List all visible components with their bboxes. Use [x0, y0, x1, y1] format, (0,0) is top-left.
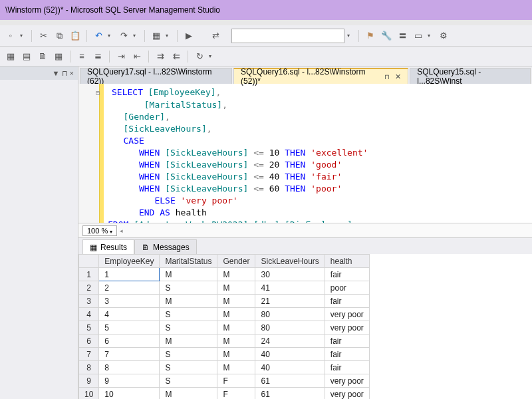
cell[interactable]: fair	[325, 348, 369, 361]
cell[interactable]: fair	[325, 295, 369, 308]
table-row[interactable]: 22SM41poor	[79, 281, 370, 295]
cell[interactable]: fair	[325, 361, 369, 374]
cell[interactable]: M	[217, 334, 255, 348]
cell[interactable]: 7	[99, 348, 160, 361]
row-number[interactable]: 1	[79, 268, 99, 281]
chart-icon[interactable]: ▦	[150, 29, 163, 43]
tab-results[interactable]: ▦ Results	[82, 239, 134, 254]
table-row[interactable]: 1010MF61very poor	[79, 388, 370, 400]
tab-query17[interactable]: SQLQuery17.sql - l...82S\Winstorm (62))	[80, 68, 232, 84]
cell[interactable]: 8	[99, 361, 160, 374]
cell[interactable]: fair	[325, 334, 369, 348]
undo-icon[interactable]: ↶	[92, 29, 105, 43]
dropdown-icon[interactable]: ▾	[428, 33, 434, 39]
col-header[interactable]: MaritalStatus	[160, 255, 217, 268]
cell[interactable]: S	[160, 281, 217, 295]
cell[interactable]: M	[217, 361, 255, 374]
indent-icon[interactable]: ⇥	[114, 50, 128, 63]
cell[interactable]: 1	[99, 268, 160, 281]
table-row[interactable]: 77SM40fair	[79, 348, 370, 361]
dropdown-icon[interactable]: ▾	[133, 33, 140, 39]
cell[interactable]: 2	[99, 281, 160, 295]
tab-query16[interactable]: SQLQuery16.sql - l...82S\Winstorm (52))*…	[233, 68, 408, 84]
cell[interactable]: M	[217, 268, 255, 281]
cell[interactable]: S	[160, 361, 217, 374]
row-number[interactable]: 7	[79, 348, 99, 361]
cell[interactable]: 5	[99, 321, 160, 334]
row-number[interactable]: 3	[79, 295, 99, 308]
table-row[interactable]: 55SM80very poor	[79, 321, 370, 334]
cell[interactable]: 21	[255, 295, 325, 308]
cell[interactable]: 30	[255, 268, 325, 281]
include-plan-icon[interactable]: 🗎	[36, 50, 49, 63]
row-number[interactable]: 5	[79, 321, 99, 334]
row-number[interactable]: 8	[79, 361, 99, 374]
tab-query15[interactable]: SQLQuery15.sql - l...82S\Winst	[410, 68, 531, 84]
cell[interactable]: F	[217, 388, 255, 400]
settings-icon[interactable]: ⚙	[437, 29, 450, 43]
cell[interactable]: M	[160, 334, 217, 348]
collapse-icon[interactable]: ⊟	[96, 89, 100, 96]
menu-bar[interactable]	[0, 20, 532, 25]
cell[interactable]: M	[217, 308, 255, 321]
stats-icon[interactable]: ▦	[52, 50, 65, 63]
cell[interactable]: S	[160, 308, 217, 321]
cell[interactable]: M	[217, 295, 255, 308]
row-number[interactable]: 9	[79, 374, 99, 388]
row-number[interactable]: 2	[79, 281, 99, 295]
col-header[interactable]: SickLeaveHours	[255, 255, 325, 268]
cell[interactable]: very poor	[325, 308, 369, 321]
cut-icon[interactable]: ✂	[37, 29, 50, 43]
cell[interactable]: 4	[99, 308, 160, 321]
flag-icon[interactable]: ⚑	[364, 29, 377, 43]
cell[interactable]: S	[160, 348, 217, 361]
col-header[interactable]: health	[325, 255, 369, 268]
window-icon[interactable]: ▭	[412, 29, 425, 43]
cell[interactable]: 9	[99, 374, 160, 388]
copy-icon[interactable]: ⧉	[53, 29, 66, 43]
cell[interactable]: M	[160, 295, 217, 308]
paste-icon[interactable]: 📋	[68, 29, 82, 43]
tab-messages[interactable]: 🗎 Messages	[134, 239, 197, 254]
cell[interactable]: M	[160, 388, 217, 400]
zoom-combo[interactable]: 100 % ▾	[82, 225, 117, 236]
cell[interactable]: 6	[99, 334, 160, 348]
close-icon[interactable]: ✕	[395, 72, 401, 81]
dropdown-icon[interactable]: ▾	[209, 53, 215, 59]
cell[interactable]: 80	[255, 321, 325, 334]
cell[interactable]: 41	[255, 281, 325, 295]
dropdown-icon[interactable]: ▾	[166, 33, 172, 39]
cell[interactable]: S	[160, 374, 217, 388]
dropdown-icon[interactable]: ▾	[347, 33, 354, 39]
col-header[interactable]: EmployeeKey	[99, 255, 160, 268]
cell[interactable]: 80	[255, 308, 325, 321]
cell[interactable]: 40	[255, 348, 325, 361]
cell[interactable]: 40	[255, 361, 325, 374]
uncomment-icon[interactable]: ≣	[91, 50, 104, 63]
chevron-left-icon[interactable]: ◂	[120, 227, 123, 234]
results-text-icon[interactable]: ▤	[20, 50, 33, 63]
cell[interactable]: very poor	[325, 374, 369, 388]
cell[interactable]: 24	[255, 334, 325, 348]
cell[interactable]: M	[217, 321, 255, 334]
cell[interactable]: M	[217, 281, 255, 295]
row-number[interactable]: 4	[79, 308, 99, 321]
cell[interactable]: 61	[255, 388, 325, 400]
toggle-icon[interactable]: ⇄	[209, 29, 222, 43]
refresh-icon[interactable]: ↻	[193, 50, 206, 63]
table-row[interactable]: 44SM80very poor	[79, 308, 370, 321]
table-row[interactable]: 99SF61very poor	[79, 374, 370, 388]
dropdown-icon[interactable]: ▾	[20, 33, 27, 39]
results-grid-icon[interactable]: ▦	[4, 50, 17, 63]
redo-icon[interactable]: ↷	[117, 29, 130, 43]
execute-icon[interactable]: ▶	[182, 29, 196, 43]
wrench-icon[interactable]: 🔧	[380, 29, 393, 43]
results-grid[interactable]: EmployeeKey MaritalStatus Gender SickLea…	[78, 254, 532, 399]
code-text[interactable]: ⊟SELECT [EmployeeKey], [MaritalStatus], …	[104, 84, 532, 223]
table-row[interactable]: 66MM24fair	[79, 334, 370, 348]
nav-back-icon[interactable]: ◦	[4, 29, 17, 43]
cell[interactable]: M	[160, 268, 217, 281]
pin-icon[interactable]: ⊓	[384, 73, 390, 80]
cell[interactable]: fair	[325, 268, 369, 281]
database-combo[interactable]	[231, 29, 344, 43]
